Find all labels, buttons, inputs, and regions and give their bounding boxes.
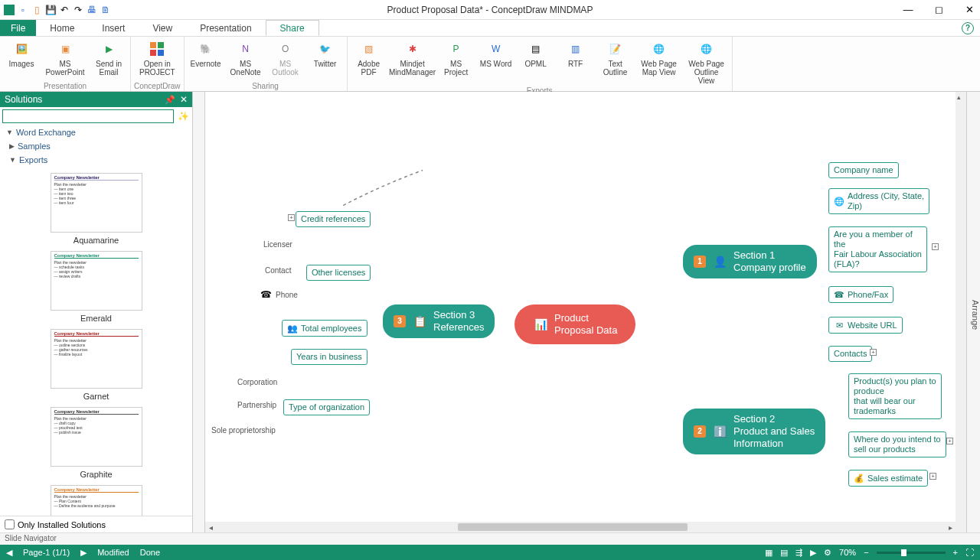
mindjet-button[interactable]: ✱Mindjet MindManager bbox=[390, 38, 435, 86]
ribbon-group-exports: ▧Adobe PDF ✱Mindjet MindManager PMS Proj… bbox=[348, 37, 733, 91]
node-section-2[interactable]: 2 ℹ️ Section 2 Product and Sales Informa… bbox=[683, 409, 825, 454]
expand-contacts[interactable]: + bbox=[870, 349, 877, 356]
only-installed-checkbox[interactable] bbox=[5, 519, 15, 529]
open-icon[interactable]: ▯ bbox=[31, 4, 43, 16]
panel-close-icon[interactable]: ✕ bbox=[180, 94, 188, 105]
fit-icon[interactable]: ⛶ bbox=[965, 548, 974, 557]
vertical-scrollbar[interactable]: ▴ bbox=[956, 92, 966, 532]
arrange-panel-collapsed[interactable]: Arrange bbox=[966, 92, 980, 532]
print-preview-icon[interactable]: 🗎 bbox=[100, 4, 112, 16]
leaf-total-employees[interactable]: 👥Total employees bbox=[282, 320, 368, 337]
scroll-left-icon[interactable]: ◂ bbox=[205, 523, 216, 532]
thumb-emerald[interactable]: Company NewsletterPlan the newsletter— s… bbox=[51, 251, 142, 311]
solutions-search-input[interactable] bbox=[2, 109, 174, 123]
badge-2: 2 bbox=[694, 425, 706, 438]
undo-icon[interactable]: ↶ bbox=[58, 4, 70, 16]
scroll-thumb[interactable] bbox=[458, 523, 688, 531]
evernote-button[interactable]: 🐘Evernote bbox=[188, 38, 224, 78]
outlook-button[interactable]: OMS Outlook bbox=[267, 38, 304, 78]
leaf-phonefax[interactable]: ☎Phone/Fax bbox=[828, 286, 893, 303]
status-prev-icon[interactable]: ◀ bbox=[6, 548, 12, 558]
tab-presentation[interactable]: Presentation bbox=[186, 20, 265, 36]
thumb-garnet[interactable]: Company NewsletterPlan the newsletter— o… bbox=[51, 329, 142, 389]
expand-where-sell[interactable]: + bbox=[946, 438, 953, 444]
play-icon[interactable]: ▶ bbox=[810, 548, 816, 558]
print-icon[interactable]: 🖶 bbox=[86, 4, 98, 16]
phone2-icon: ☎ bbox=[260, 289, 272, 300]
zoom-in-icon[interactable]: + bbox=[953, 548, 958, 557]
opml-button[interactable]: ▤OPML bbox=[518, 38, 554, 86]
close-button[interactable]: ✕ bbox=[962, 2, 977, 18]
qat-app-icon[interactable] bbox=[3, 4, 15, 16]
save-icon[interactable]: 💾 bbox=[44, 4, 57, 16]
minimize-button[interactable]: — bbox=[900, 2, 916, 18]
ms-word-button[interactable]: WMS Word bbox=[478, 38, 514, 86]
tab-view[interactable]: View bbox=[139, 20, 186, 36]
node-section-3[interactable]: 3 📋 Section 3 References bbox=[383, 304, 495, 338]
ms-powerpoint-button[interactable]: ▣MS PowerPoint bbox=[43, 38, 87, 78]
search-wand-icon[interactable]: ✨ bbox=[176, 109, 190, 123]
view-mode-3-icon[interactable]: ⇶ bbox=[795, 548, 802, 558]
leaf-company-name[interactable]: Company name bbox=[828, 162, 899, 178]
leaf-products[interactable]: Product(s) you plan to produce that will… bbox=[848, 373, 942, 419]
group-label-sharing: Sharing bbox=[252, 82, 278, 91]
zoom-out-icon[interactable]: − bbox=[864, 548, 868, 557]
node-section-1[interactable]: 1 👤 Section 1 Company profile bbox=[683, 245, 817, 278]
send-email-button[interactable]: ▶Send in Email bbox=[90, 38, 127, 78]
status-bar: ◀ Page-1 (1/1) ▶ Modified Done ▦ ▤ ⇶ ▶ ⚙… bbox=[0, 545, 980, 560]
tree-samples[interactable]: ▶Samples bbox=[0, 139, 192, 153]
zoom-slider[interactable] bbox=[877, 552, 946, 554]
webpage-map-button[interactable]: 🌐Web Page Map View bbox=[637, 38, 681, 86]
help-icon[interactable]: ? bbox=[962, 22, 974, 34]
mindmap-canvas[interactable]: 📊 Product Proposal Data 1 👤 Section 1 Co… bbox=[193, 92, 966, 532]
adobe-pdf-button[interactable]: ▧Adobe PDF bbox=[351, 38, 387, 86]
leaf-sales-estimate[interactable]: 💰Sales estimate bbox=[848, 470, 928, 487]
pin-icon[interactable]: 📌 bbox=[165, 95, 175, 105]
leaf-other-licenses[interactable]: Other licenses bbox=[306, 265, 371, 281]
leaf-type-org[interactable]: Type of organization bbox=[283, 399, 370, 415]
redo-icon[interactable]: ↷ bbox=[72, 4, 84, 16]
expand-section-1[interactable]: + bbox=[932, 243, 939, 250]
expand-sales[interactable]: + bbox=[929, 473, 936, 480]
tab-home[interactable]: Home bbox=[36, 20, 88, 36]
rtf-button[interactable]: ▥RTF bbox=[557, 38, 594, 86]
money-icon: 💰 bbox=[854, 473, 864, 483]
people-icon: 👥 bbox=[287, 323, 298, 334]
node-central[interactable]: 📊 Product Proposal Data bbox=[514, 304, 635, 344]
twitter-button[interactable]: 🐦Twitter bbox=[307, 38, 344, 78]
status-done: Done bbox=[140, 548, 160, 557]
leaf-where-sell[interactable]: Where do you intend to sell our products bbox=[848, 431, 946, 457]
thumb-extra[interactable]: Company NewsletterPlan the newsletter— P… bbox=[51, 485, 142, 516]
leaf-years-business[interactable]: Years in business bbox=[291, 349, 368, 365]
leaf-fla[interactable]: Are you a member of the Fair Labour Asso… bbox=[828, 226, 927, 272]
thumb-aquamarine[interactable]: Company NewsletterPlan the newsletter— i… bbox=[51, 173, 142, 233]
tree-exports[interactable]: ▼Exports bbox=[0, 153, 192, 167]
tab-insert[interactable]: Insert bbox=[88, 20, 139, 36]
scroll-right-icon[interactable]: ▸ bbox=[945, 523, 956, 532]
maximize-button[interactable]: ◻ bbox=[931, 2, 946, 18]
new-doc-icon[interactable]: ▫ bbox=[17, 4, 29, 16]
onenote-button[interactable]: NMS OneNote bbox=[227, 38, 264, 78]
gear-icon[interactable]: ⚙ bbox=[824, 548, 831, 558]
horizontal-scrollbar[interactable]: ◂ ▸ bbox=[205, 522, 956, 532]
slide-navigator-bar[interactable]: Slide Navigator bbox=[0, 532, 980, 545]
view-mode-2-icon[interactable]: ▤ bbox=[780, 548, 788, 558]
expand-credit[interactable]: + bbox=[288, 214, 295, 221]
thumb-label-aquamarine: Aquamarine bbox=[9, 236, 183, 245]
leaf-website[interactable]: ✉Website URL bbox=[828, 317, 903, 334]
images-button[interactable]: 🖼️Images bbox=[3, 38, 40, 78]
ms-project-button[interactable]: PMS Project bbox=[438, 38, 475, 86]
leaf-contacts[interactable]: Contacts bbox=[828, 346, 872, 362]
text-outline-button[interactable]: 📝Text Outline bbox=[597, 38, 634, 86]
file-tab[interactable]: File bbox=[0, 20, 36, 36]
leaf-credit-ref[interactable]: Credit references bbox=[296, 211, 371, 227]
node-central-label: Product Proposal Data bbox=[554, 312, 617, 337]
webpage-outline-button[interactable]: 🌐Web Page Outline View bbox=[684, 38, 729, 86]
leaf-address[interactable]: 🌐Address (City, State, Zip) bbox=[828, 188, 929, 214]
view-mode-1-icon[interactable]: ▦ bbox=[765, 548, 773, 558]
thumb-graphite[interactable]: Company NewsletterPlan the newsletter— d… bbox=[51, 407, 142, 467]
status-next-icon[interactable]: ▶ bbox=[80, 548, 87, 558]
open-project-button[interactable]: Open in PROJECT bbox=[139, 38, 175, 78]
tree-word-exchange[interactable]: ▼Word Exchange bbox=[0, 125, 192, 139]
tab-share[interactable]: Share bbox=[266, 20, 319, 36]
